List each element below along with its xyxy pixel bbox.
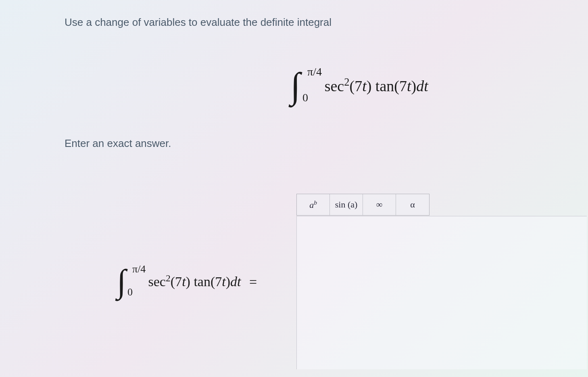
exponent-button[interactable]: ab <box>297 194 330 215</box>
integrand-expression: sec2(7t) tan(7t)dt <box>325 76 428 95</box>
answer-integral-sign-icon: ∫ π/4 0 <box>117 262 126 300</box>
trig-function-button[interactable]: sin (a) <box>330 194 363 215</box>
infinity-button[interactable]: ∞ <box>363 194 396 215</box>
question-prompt: Use a change of variables to evaluate th… <box>65 16 332 29</box>
integral-sign-icon: ∫ π/4 0 <box>290 65 300 106</box>
greek-alpha-button[interactable]: α <box>396 194 429 215</box>
math-input-toolbar: ab sin (a) ∞ α <box>296 194 430 216</box>
answer-prompt-expression: ∫ π/4 0 sec2(7t) tan(7t)dt = <box>117 262 257 300</box>
instruction-text: Enter an exact answer. <box>65 137 171 150</box>
upper-limit: π/4 <box>307 65 322 78</box>
lower-limit: 0 <box>302 91 308 104</box>
answer-lower-limit: 0 <box>127 286 133 298</box>
answer-upper-limit: π/4 <box>132 263 146 275</box>
main-integral-display: ∫ π/4 0 sec2(7t) tan(7t)dt <box>290 65 428 106</box>
equals-sign: = <box>249 274 257 289</box>
answer-input-area[interactable] <box>296 216 587 369</box>
answer-integrand-expression: sec2(7t) tan(7t)dt = <box>148 273 257 289</box>
